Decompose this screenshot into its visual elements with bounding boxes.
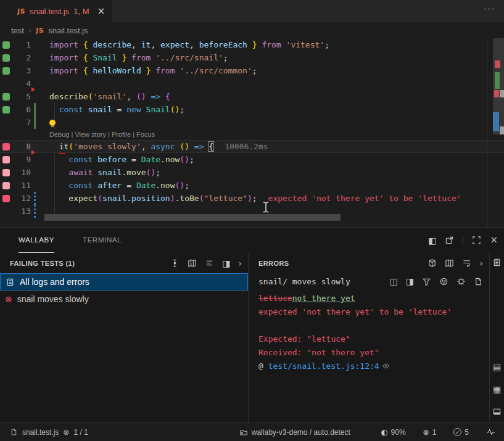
- layout-panel-icon[interactable]: ◨: [406, 277, 414, 286]
- breadcrumb-folder[interactable]: test: [11, 26, 24, 35]
- layout-panel-icon[interactable]: ◨: [222, 259, 230, 268]
- javascript-file-icon: JS: [17, 7, 25, 15]
- code-line[interactable]: 9 const before = Date.now();: [0, 153, 504, 166]
- code-token: {: [83, 40, 88, 49]
- status-failing-tests[interactable]: ⊗ 1: [415, 428, 445, 437]
- wallaby-coverage-indicator[interactable]: [2, 54, 10, 62]
- chevron-right-icon[interactable]: ›: [479, 259, 483, 268]
- code-token: from: [257, 40, 286, 49]
- code-line[interactable]: 6 const snail = new Snail();: [0, 103, 504, 116]
- gutter-spacer: [2, 119, 10, 126]
- code-token: .: [122, 168, 126, 177]
- map-icon[interactable]: [445, 258, 454, 268]
- wallaby-coverage-indicator[interactable]: [2, 93, 10, 101]
- panel-actions: ◧ ×: [428, 236, 498, 245]
- lightbulb-icon[interactable]: [49, 120, 56, 126]
- status-coverage[interactable]: ◐ 90%: [372, 428, 414, 437]
- maximize-panel-icon[interactable]: [472, 236, 481, 245]
- code-line[interactable]: 12 expect(snail.position).toBe("lettuce"…: [0, 192, 504, 205]
- error-arrow-icon: [31, 150, 35, 155]
- rows-icon[interactable]: ▤: [493, 363, 501, 371]
- toggle-side-panel-icon[interactable]: ◧: [428, 236, 436, 245]
- wallaby-coverage-indicator[interactable]: [2, 156, 10, 163]
- code-token: after: [97, 181, 126, 190]
- select-ibeam-icon[interactable]: [170, 258, 180, 268]
- wallaby-coverage-indicator[interactable]: [2, 106, 10, 113]
- line-number: 11: [10, 181, 31, 190]
- code-token: 'snail': [93, 92, 126, 101]
- status-file-counter: 1 / 1: [73, 428, 88, 437]
- breadcrumb-file[interactable]: snail.test.js: [48, 26, 88, 35]
- code-line[interactable]: 7: [0, 116, 504, 129]
- failing-tests-section: FAILING TESTS (1) ◨ › All logs and error…: [0, 253, 249, 422]
- code-token: ;: [324, 40, 329, 49]
- gutter-decorations: [31, 116, 41, 129]
- code-lines[interactable]: 1import { describe, it, expect, beforeEa…: [0, 38, 504, 218]
- circle-x-icon: ⊗: [63, 429, 69, 436]
- codelens-row[interactable]: Debug | View story | Profile | Focus: [0, 129, 504, 140]
- code-text: [41, 77, 49, 90]
- code-line[interactable]: 4: [0, 77, 504, 90]
- list-item-failing-test[interactable]: ⊗ snail moves slowly: [0, 291, 248, 308]
- code-line[interactable]: 11 const after = Date.now();: [0, 179, 504, 192]
- code-token: ): [170, 194, 175, 203]
- wallaby-coverage-indicator[interactable]: [2, 143, 10, 150]
- chevron-right-icon[interactable]: ›: [238, 259, 242, 268]
- code-line[interactable]: 2import { Snail } from '../src/snail';: [0, 51, 504, 64]
- gutter-decorations: [31, 166, 41, 179]
- tab-snail-test-js[interactable]: JS snail.test.js 1, M ×: [11, 0, 112, 22]
- code-line[interactable]: 10 await snail.move();: [0, 166, 504, 179]
- code-editor[interactable]: 1import { describe, it, expect, beforeEa…: [0, 38, 504, 227]
- code-line[interactable]: 1import { describe, it, expect, beforeEa…: [0, 38, 504, 51]
- line-number: 8: [10, 142, 31, 151]
- split-columns-icon[interactable]: ◫: [390, 277, 398, 286]
- open-external-icon[interactable]: [445, 236, 454, 245]
- wallaby-coverage-indicator[interactable]: [2, 169, 10, 176]
- horizontal-scrollbar[interactable]: [44, 214, 341, 221]
- error-location-link[interactable]: test/snail.test.js:12:4: [268, 361, 379, 371]
- map-icon[interactable]: [188, 258, 197, 268]
- close-tab-icon[interactable]: ×: [97, 6, 105, 17]
- status-file-info[interactable]: snail.test.js ⊗ 1 / 1: [10, 428, 88, 437]
- overview-ruler[interactable]: [487, 38, 504, 227]
- codelens-links[interactable]: Debug | View story | Profile | Focus: [41, 131, 155, 138]
- status-wallaby-activity[interactable]: [477, 427, 498, 437]
- code-token: new: [126, 105, 146, 114]
- code-text: await snail.move();: [41, 166, 160, 179]
- status-workspace[interactable]: wallaby-v3-demo / auto.detect: [239, 428, 350, 437]
- overview-mark-error: [495, 60, 500, 68]
- eye-icon[interactable]: [382, 362, 390, 370]
- code-token: snail: [97, 168, 122, 177]
- keyboard-icon[interactable]: ▦: [493, 385, 501, 394]
- wallaby-coverage-indicator[interactable]: [2, 41, 10, 49]
- tab-terminal[interactable]: TERMINAL: [83, 228, 122, 253]
- debug-console-icon[interactable]: [439, 277, 448, 286]
- close-panel-icon[interactable]: ×: [490, 236, 498, 245]
- bug-icon[interactable]: [456, 277, 466, 286]
- status-file-name: snail.test.js: [22, 428, 59, 437]
- more-actions-icon[interactable]: ···: [484, 0, 504, 22]
- code-token: [49, 194, 68, 203]
- code-token: (): [180, 142, 189, 151]
- tab-wallaby[interactable]: WALLABY: [19, 228, 54, 253]
- panel-bottom-icon[interactable]: [492, 407, 502, 416]
- code-token: }: [122, 53, 126, 62]
- error-test-path: snail/ moves slowly: [258, 277, 350, 286]
- code-line[interactable]: 5describe('snail', () => {: [0, 90, 504, 103]
- list-item-all-logs[interactable]: All logs and errors: [0, 273, 248, 291]
- wallaby-coverage-indicator[interactable]: [2, 67, 10, 75]
- code-line[interactable]: 8 it('moves slowly', async () => {10006.…: [0, 140, 504, 153]
- code-token: it: [136, 40, 151, 49]
- error-circle-icon: ⊗: [5, 295, 12, 303]
- new-file-icon[interactable]: [474, 277, 483, 286]
- list-tree-icon[interactable]: [205, 258, 214, 268]
- error-test-row[interactable]: snail/ moves slowly ◫ ◨: [258, 273, 489, 289]
- log-notes-icon[interactable]: [492, 258, 502, 267]
- package-icon[interactable]: [428, 258, 437, 268]
- code-line[interactable]: 3import { helloWorld } from '../src/comm…: [0, 64, 504, 77]
- status-passing-tests[interactable]: ✓ 5: [445, 428, 477, 437]
- filter-icon[interactable]: [422, 277, 431, 286]
- wallaby-coverage-indicator[interactable]: [2, 182, 10, 189]
- word-wrap-icon[interactable]: [462, 258, 471, 268]
- wallaby-coverage-indicator[interactable]: [2, 195, 10, 202]
